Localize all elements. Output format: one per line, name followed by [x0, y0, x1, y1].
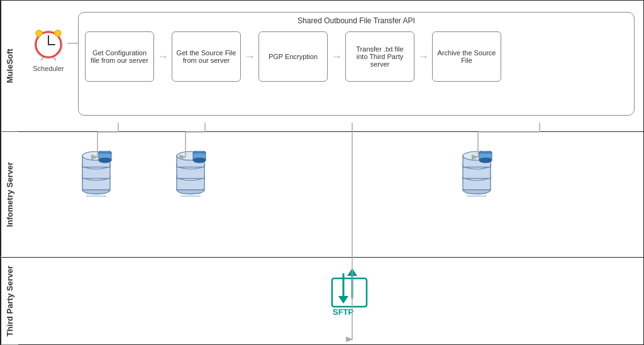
- svg-point-51: [479, 158, 492, 163]
- server-svg-3: [455, 151, 498, 201]
- arrow-right-2: →: [241, 50, 258, 63]
- server-svg-1: [75, 151, 118, 201]
- process-boxes: Get Configuration file from our server →…: [85, 31, 628, 82]
- svg-marker-56: [347, 268, 357, 276]
- lane-mulesoft: MuleSoft Schedule: [1, 1, 643, 132]
- diagram-container: MuleSoft Schedule: [0, 0, 644, 345]
- svg-line-6: [41, 57, 43, 60]
- process-group-title: Shared Outbound File Transfer API: [79, 16, 634, 25]
- infometry-lane-content: [18, 132, 643, 256]
- sftp-icon: SFTP: [330, 267, 374, 317]
- svg-rect-54: [332, 278, 367, 307]
- svg-text:SFTP: SFTP: [333, 307, 354, 317]
- svg-point-37: [193, 158, 206, 163]
- clock-icon: [30, 25, 67, 62]
- process-box-1: Get Configuration file from our server: [85, 31, 154, 82]
- lane-thirdparty: Third Party Server SFTP: [1, 258, 643, 344]
- svg-point-23: [99, 158, 111, 163]
- server-icon-1: [75, 151, 118, 201]
- svg-point-4: [36, 30, 42, 36]
- process-box-3: PGP Encryption: [258, 31, 328, 82]
- process-box-4: Transfer .txt file into Third Party serv…: [345, 31, 414, 82]
- arrow-right-4: →: [414, 50, 432, 63]
- server-icon-3: [455, 151, 498, 201]
- svg-line-7: [53, 57, 56, 60]
- svg-point-5: [55, 30, 61, 36]
- arrow-right-3: →: [328, 50, 345, 63]
- scheduler: Scheduler: [30, 25, 67, 72]
- lane-infometry: Infometry Server: [1, 132, 643, 257]
- infometry-lane-label: Infometry Server: [1, 132, 18, 256]
- thirdparty-lane-content: SFTP: [18, 258, 643, 344]
- process-box-2: Get the Source File from our server: [172, 31, 241, 82]
- scheduler-label: Scheduler: [33, 65, 64, 72]
- process-box-5: Archive the Source File: [432, 31, 501, 82]
- mulesoft-lane-label: MuleSoft: [1, 1, 18, 131]
- server-svg-2: [169, 151, 212, 201]
- thirdparty-lane-label: Third Party Server: [1, 258, 18, 344]
- process-group: Shared Outbound File Transfer API Get Co…: [78, 12, 635, 116]
- mulesoft-lane-content: Scheduler: [18, 1, 643, 131]
- sftp-svg: SFTP: [330, 267, 374, 317]
- arrow-right-1: →: [154, 50, 172, 63]
- server-icon-2: [169, 151, 212, 201]
